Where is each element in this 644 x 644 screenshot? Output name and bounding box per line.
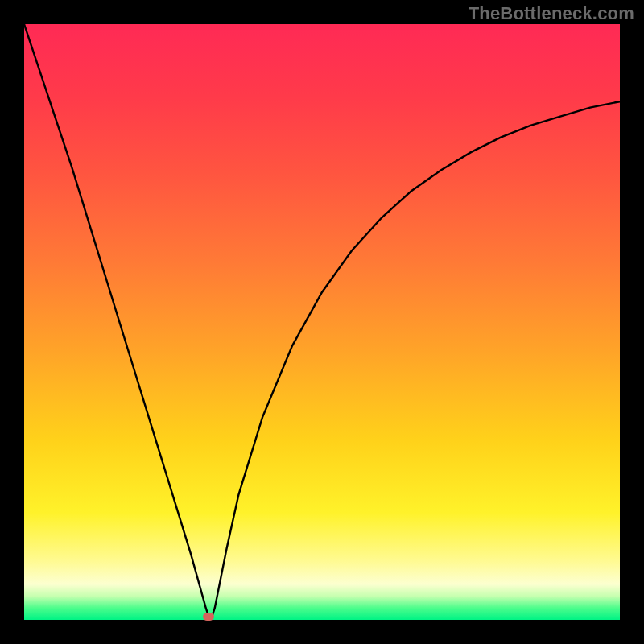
curve-svg	[24, 24, 620, 620]
chart-frame: TheBottleneck.com	[0, 0, 644, 644]
bottleneck-curve	[24, 24, 620, 617]
watermark-text: TheBottleneck.com	[469, 3, 634, 24]
plot-area	[24, 24, 620, 620]
